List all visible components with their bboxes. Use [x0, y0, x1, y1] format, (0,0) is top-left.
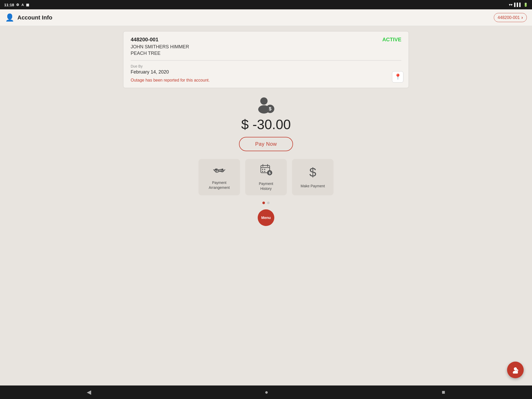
payment-history-label: Payment History: [259, 181, 273, 191]
home-button[interactable]: ●: [260, 387, 273, 398]
dot-2: [267, 202, 270, 204]
account-status: ACTIVE: [382, 37, 401, 43]
person-dollar-svg: $: [257, 96, 275, 115]
status-bar: 11:18 ⚙ A ▦ ▾▾ ▌▌▌ 🔋: [0, 0, 532, 9]
payment-arrangement-button[interactable]: Payment Arrangement: [198, 159, 240, 195]
signal-icon: ▌▌▌: [514, 3, 522, 7]
svg-rect-12: [262, 171, 263, 172]
balance-section: $ $ -30.00 Pay Now: [239, 96, 293, 151]
make-payment-label: Make Payment: [301, 184, 325, 188]
wifi-icon: ▾▾: [509, 3, 513, 7]
account-avatar-icon: 👤: [5, 13, 14, 22]
location-pin-icon: 📍: [394, 74, 401, 80]
back-button[interactable]: ◀: [82, 387, 96, 398]
status-bar-right: ▾▾ ▌▌▌ 🔋: [509, 3, 528, 7]
svg-rect-13: [264, 171, 265, 172]
due-by-label: Due By: [131, 64, 401, 68]
calendar-dollar-icon: $: [260, 163, 272, 178]
handshake-icon: [213, 164, 225, 177]
contact-fab-button[interactable]: ≡: [507, 362, 524, 378]
account-number: 448200-001: [131, 37, 158, 43]
balance-icon: $: [257, 96, 275, 115]
page-indicator: [262, 202, 270, 204]
account-chip-number: 448200-001: [498, 15, 520, 20]
dollar-sign-icon: $: [308, 166, 318, 181]
outage-message: Outage has been reported for this accoun…: [131, 78, 401, 83]
pay-now-button[interactable]: Pay Now: [239, 137, 293, 151]
dot-1: [262, 202, 265, 204]
due-by-date: February 14, 2020: [131, 69, 401, 75]
main-content: 448200-001 ACTIVE JOHN SMITHERS HIMMER P…: [0, 26, 532, 385]
recent-button[interactable]: ■: [437, 387, 450, 398]
app-bar-left: 👤 Account Info: [5, 13, 52, 22]
payment-arrangement-label: Payment Arrangement: [209, 180, 230, 190]
balance-amount: $ -30.00: [241, 117, 291, 132]
account-chip[interactable]: 448200-001 ›: [494, 13, 527, 22]
account-location: PEACH TREE: [131, 51, 401, 56]
svg-text:≡: ≡: [516, 369, 518, 372]
account-card: 448200-001 ACTIVE JOHN SMITHERS HIMMER P…: [123, 31, 409, 88]
contact-icon: ≡: [512, 366, 519, 374]
battery-icon: 🔋: [523, 3, 528, 7]
chevron-right-icon: ›: [521, 15, 523, 20]
accessibility-icon: A: [21, 3, 24, 7]
svg-point-0: [260, 97, 268, 105]
svg-rect-10: [262, 169, 263, 170]
svg-point-4: [215, 169, 217, 171]
action-buttons: Payment Arrangement $: [198, 159, 334, 195]
svg-text:$: $: [269, 171, 271, 175]
make-payment-button[interactable]: $ Make Payment: [292, 159, 334, 195]
status-bar-left: 11:18 ⚙ A ▦: [4, 3, 29, 7]
payment-history-button[interactable]: $ Payment History: [245, 159, 287, 195]
account-name: JOHN SMITHERS HIMMER: [131, 44, 401, 50]
account-card-header: 448200-001 ACTIVE: [131, 37, 401, 43]
svg-text:$: $: [269, 106, 271, 111]
app-bar: 👤 Account Info 448200-001 ›: [0, 9, 532, 26]
svg-text:$: $: [309, 166, 316, 178]
app-bar-title: Account Info: [17, 14, 52, 21]
outage-icon-button[interactable]: 📍: [392, 71, 403, 83]
svg-rect-11: [264, 169, 265, 170]
account-divider: [131, 60, 401, 61]
nav-bar: ◀ ● ■: [0, 385, 532, 399]
sim-icon: ▦: [26, 3, 29, 7]
settings-icon: ⚙: [16, 3, 19, 7]
status-time: 11:18: [4, 3, 14, 7]
menu-button[interactable]: Menu: [258, 209, 274, 226]
svg-point-5: [221, 169, 223, 171]
